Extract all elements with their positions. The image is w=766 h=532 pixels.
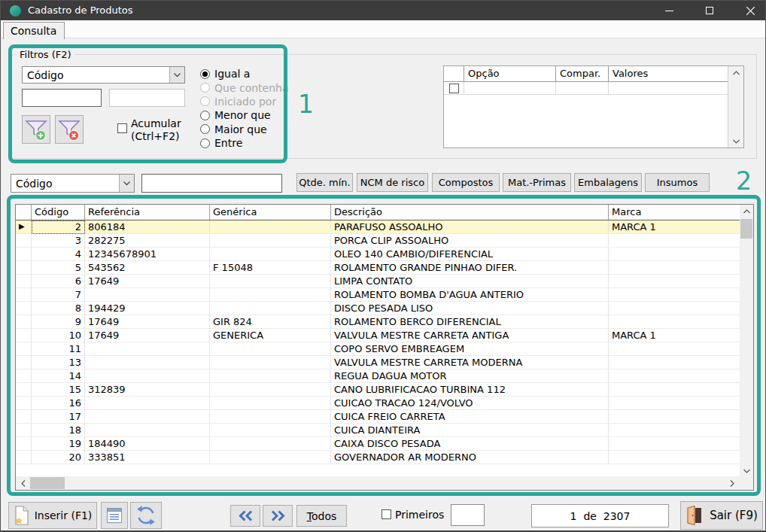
- category-button[interactable]: NCM de risco: [357, 173, 428, 192]
- annotation-number-1: 1: [298, 90, 314, 119]
- first-label: Primeiros: [395, 509, 444, 521]
- category-button[interactable]: Embalagens: [574, 173, 642, 192]
- table-row[interactable]: 3 282275 PORCA CLIP ASSOALHO: [16, 234, 740, 248]
- table-row[interactable]: 17 CUICA FREIO CARRETA: [16, 410, 740, 424]
- conditions-header: Opção Compar. Valores: [444, 66, 743, 82]
- app-icon: [10, 5, 21, 17]
- next-button[interactable]: [263, 505, 293, 527]
- category-button[interactable]: Insumos: [645, 173, 710, 192]
- row-indicator: [16, 220, 32, 234]
- new-document-icon: [14, 506, 30, 525]
- conditions-row[interactable]: [444, 82, 743, 95]
- tab-strip: [2, 20, 766, 38]
- row-indicator: [16, 275, 32, 288]
- table-row[interactable]: 11 COPO SERVO EMBREAGEM: [16, 342, 740, 356]
- scroll-thumb[interactable]: [740, 219, 752, 239]
- row-indicator: [16, 288, 32, 302]
- row-indicator: [16, 315, 32, 329]
- annotation-number-2: 2: [736, 166, 752, 196]
- row-indicator: [16, 451, 32, 464]
- category-button[interactable]: Compostos: [432, 173, 500, 192]
- scroll-up-icon: [728, 66, 743, 79]
- table-row[interactable]: 2 806184 PARAFUSO ASSOALHO MARCA 1: [16, 220, 740, 234]
- next-icon: [270, 510, 286, 521]
- products-grid-header: Código Referência Genérica Descrição Mar…: [16, 205, 740, 220]
- refresh-icon: [135, 504, 157, 527]
- table-row[interactable]: 8 194429 DISCO PESADA LISO: [16, 302, 740, 315]
- row-indicator: [16, 356, 32, 369]
- form-list-icon: [105, 506, 123, 524]
- app-window: Cadastro de Produtos Consulta Filtros (F…: [0, 0, 766, 532]
- table-row[interactable]: 20 333851 GOVERNADOR AR MODERNO: [16, 451, 740, 464]
- row-indicator: [16, 261, 32, 275]
- row-indicator: [16, 342, 32, 356]
- door-exit-icon: [685, 505, 704, 526]
- category-button[interactable]: Mat.-Primas: [503, 173, 571, 192]
- first-count-input[interactable]: [451, 504, 485, 526]
- vertical-scrollbar[interactable]: [740, 205, 753, 477]
- row-indicator: [16, 302, 32, 315]
- table-row[interactable]: 19 184490 CAIXA DISCO PESADA: [16, 437, 740, 451]
- row-indicator: [16, 383, 32, 397]
- window-title: Cadastro de Produtos: [28, 5, 133, 16]
- row-indicator: [16, 410, 32, 424]
- record-position: 1 de 2307: [531, 504, 669, 527]
- table-row[interactable]: 4 12345678901 OLEO 140 CAMBIO/DIFERENCIA…: [16, 248, 740, 261]
- filter-conditions-grid[interactable]: Opção Compar. Valores: [443, 65, 744, 148]
- table-row[interactable]: 16 CUICAO TRACAO 124/VOLVO: [16, 397, 740, 410]
- scroll-right-icon: [725, 476, 740, 490]
- row-indicator: [16, 424, 32, 437]
- insert-button[interactable]: Inserir (F1): [8, 502, 97, 529]
- category-button[interactable]: Qtde. mín.: [296, 173, 353, 192]
- previous-icon: [238, 510, 254, 521]
- conditions-col-check: [444, 66, 464, 81]
- all-button[interactable]: Todos: [296, 505, 347, 527]
- minimize-icon: [665, 7, 673, 15]
- table-row[interactable]: 9 17649 GIR 824 ROLAMENTO BERCO DIFERENC…: [16, 315, 740, 329]
- annotation-box-1: [8, 44, 287, 163]
- scroll-up-icon: [740, 205, 753, 217]
- exit-button[interactable]: Sair (F9): [680, 501, 763, 530]
- table-row[interactable]: 6 17649 LIMPA CONTATO: [16, 275, 740, 288]
- scrollbar-corner: [740, 476, 753, 490]
- refresh-button[interactable]: [130, 502, 162, 529]
- table-row[interactable]: 10 17649 GENERICA VALVULA MESTRE CARRETA…: [16, 329, 740, 342]
- condition-checkbox[interactable]: [449, 84, 459, 93]
- close-button[interactable]: [733, 1, 766, 20]
- row-indicator: [16, 397, 32, 410]
- row-indicator: [16, 329, 32, 342]
- col-indicator: [16, 205, 32, 220]
- scroll-down-icon: [728, 135, 743, 147]
- first-checkbox[interactable]: [381, 509, 391, 519]
- table-row[interactable]: 5 543562 F 15048 ROLAMENTO GRANDE PINHAO…: [16, 261, 740, 275]
- row-indicator: [16, 248, 32, 261]
- table-row[interactable]: 14 REGUA DAGUA MOTOR: [16, 369, 740, 383]
- scroll-down-icon: [740, 464, 753, 477]
- conditions-scrollbar[interactable]: [728, 66, 743, 147]
- table-row[interactable]: 18 CUICA DIANTEIRA: [16, 424, 740, 437]
- scroll-left-icon: [16, 476, 31, 490]
- details-button[interactable]: [101, 502, 128, 529]
- row-indicator: [16, 437, 32, 451]
- scroll-thumb[interactable]: [30, 477, 65, 489]
- table-row[interactable]: 13 VALVULA MESTRE CARRETA MODERNA: [16, 356, 740, 369]
- maximize-icon: [706, 7, 713, 14]
- maximize-button[interactable]: [692, 1, 727, 20]
- table-row[interactable]: 7 ROLAMENTO BOMBA D'AGUA ANTERIO: [16, 288, 740, 302]
- chevron-down-icon: [119, 175, 134, 192]
- minimize-button[interactable]: [652, 1, 686, 20]
- close-icon: [746, 7, 755, 15]
- row-indicator: [16, 234, 32, 248]
- products-grid[interactable]: Código Referência Genérica Descrição Mar…: [15, 204, 754, 491]
- search-input[interactable]: [141, 174, 282, 193]
- search-field-select[interactable]: Código: [11, 174, 135, 193]
- horizontal-scrollbar[interactable]: [16, 476, 740, 490]
- row-indicator: [16, 369, 32, 383]
- previous-button[interactable]: [230, 505, 260, 527]
- products-grid-body: 2 806184 PARAFUSO ASSOALHO MARCA 1 3 282…: [16, 220, 753, 464]
- tab-consulta[interactable]: Consulta: [3, 22, 65, 39]
- table-row[interactable]: 15 312839 CANO LUBRIFICACAO TURBINA 112: [16, 383, 740, 397]
